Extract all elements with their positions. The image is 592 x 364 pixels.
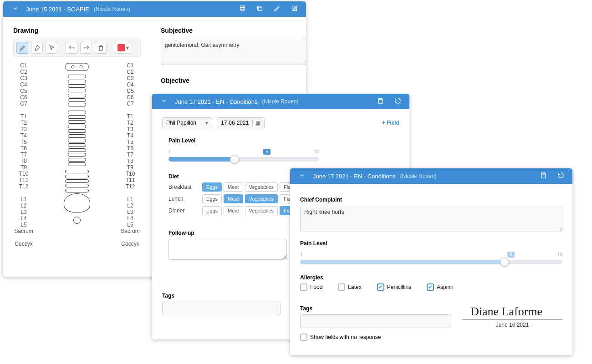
svg-rect-8 <box>542 173 545 174</box>
practitioner-select[interactable]: Phil Papillon▾ <box>162 117 212 128</box>
pen-tool[interactable] <box>31 42 43 54</box>
diet-chip[interactable]: Eggs <box>202 182 222 192</box>
card2-user: (Nicole Rouen) <box>262 98 298 105</box>
date-picker[interactable]: 17-06-2021▦ <box>217 117 265 128</box>
card-conditions-b: June 17 2021 - EN - Conditions (Nicole R… <box>290 168 572 355</box>
card3-title: June 17 2021 - EN - Conditions <box>313 173 395 180</box>
undo-button[interactable] <box>66 42 77 54</box>
save-icon[interactable] <box>537 172 550 180</box>
diet-chip[interactable]: Vegetables <box>245 206 278 215</box>
pointer-tool[interactable] <box>46 42 57 54</box>
followup-heading: Follow-up <box>168 230 287 236</box>
show-fields-checkbox[interactable]: Show fields with no response <box>300 334 381 341</box>
drawing-toolbar: ▾ <box>13 39 141 57</box>
pain-heading: Pain Level <box>168 137 393 144</box>
diet-chip[interactable]: Vegetables <box>245 194 278 203</box>
cc-textarea[interactable]: Right knee hurts <box>300 206 562 232</box>
subjective-heading: Subjective <box>161 27 306 34</box>
diet-chip[interactable]: Eggs <box>202 194 222 203</box>
objective-heading: Objective <box>161 77 306 84</box>
card3-header: June 17 2021 - EN - Conditions (Nicole R… <box>290 168 572 184</box>
pencil-tool[interactable] <box>16 42 28 54</box>
tags-heading: Tags <box>300 305 451 312</box>
card1-user: (Nicole Rouen) <box>94 6 130 12</box>
signature-date: June 16 2021 <box>462 322 562 328</box>
meal-label: Breakfast <box>168 184 196 190</box>
slider-thumb[interactable] <box>500 258 509 267</box>
add-field-button[interactable]: + Field <box>382 120 399 126</box>
color-picker[interactable]: ▾ <box>115 42 131 54</box>
allergy-label: Latex <box>348 284 361 290</box>
allergy-label: Aspirin <box>437 284 454 290</box>
tags-input[interactable] <box>300 314 451 328</box>
card3-user: (Nicole Rouen) <box>400 173 436 179</box>
show-fields-label: Show fields with no response <box>310 334 381 340</box>
revert-icon[interactable] <box>391 97 404 106</box>
svg-rect-7 <box>379 98 382 100</box>
diet-chip[interactable]: Meat <box>224 206 243 215</box>
diet-chip[interactable]: Meat <box>224 182 243 192</box>
edit-icon[interactable] <box>288 5 301 13</box>
card1-header: June 15 2021 - SOAPIE (Nicole Rouen) <box>3 1 306 17</box>
svg-rect-3 <box>259 7 262 11</box>
slider-thumb[interactable] <box>230 155 239 164</box>
chevron-down-icon[interactable] <box>296 172 308 180</box>
date-value: 17-06-2021 <box>221 120 249 126</box>
pain-max: 10 <box>557 252 562 257</box>
allergy-checkbox[interactable]: Latex <box>338 283 361 291</box>
allergy-checkbox[interactable]: ✔Penicillins <box>377 283 411 291</box>
allergy-checkbox[interactable]: ✔Aspirin <box>427 283 454 291</box>
meal-label: Dinner <box>168 207 196 214</box>
skull-icon <box>65 62 89 74</box>
pain-min: 1 <box>168 149 171 154</box>
diet-chip[interactable]: Meat <box>224 194 243 203</box>
pen-icon[interactable] <box>270 5 283 13</box>
pain-slider[interactable] <box>168 157 319 162</box>
card1-title: June 15 2021 - SOAPIE <box>26 6 89 13</box>
copy-icon[interactable] <box>253 5 266 13</box>
meal-label: Lunch <box>168 196 196 202</box>
allergy-label: Penicillins <box>387 284 411 290</box>
print-icon[interactable] <box>236 5 249 13</box>
followup-textarea[interactable] <box>168 239 287 260</box>
signature: Diane Laforme <box>462 305 562 320</box>
trash-button[interactable] <box>95 42 107 54</box>
allergies-heading: Allergies <box>300 274 562 281</box>
color-swatch <box>117 44 125 51</box>
svg-rect-4 <box>292 6 296 11</box>
pain-value: 5 <box>263 149 270 155</box>
pain-heading: Pain Level <box>300 240 562 247</box>
card2-header: June 17 2021 - EN - Conditions (Nicole R… <box>152 94 409 109</box>
diet-chip[interactable]: Vegetables <box>245 182 278 192</box>
revert-icon[interactable] <box>554 172 567 180</box>
tags-input[interactable] <box>162 302 281 315</box>
subjective-textarea[interactable]: genitofemoral, Gait asymmetry <box>161 39 306 65</box>
pain-value: 8 <box>507 252 515 258</box>
allergy-label: Food <box>310 284 322 290</box>
spine-diagram[interactable]: C1C2C3C4C5C6C7T1T2T3T4T5T6T7T8T9T10T11T1… <box>13 62 141 247</box>
chevron-down-icon[interactable] <box>158 97 170 106</box>
pain-slider[interactable] <box>300 260 562 264</box>
chevron-down-icon[interactable] <box>9 5 21 13</box>
drawing-heading: Drawing <box>13 27 150 34</box>
redo-button[interactable] <box>80 42 92 54</box>
cc-heading: Chief Complaint <box>300 197 562 203</box>
card2-title: June 17 2021 - EN - Conditions <box>175 98 257 105</box>
allergy-checkbox[interactable]: Food <box>300 283 322 291</box>
pain-max: 10 <box>314 149 319 154</box>
pain-min: 1 <box>300 252 303 257</box>
diet-chip[interactable]: Eggs <box>202 206 222 215</box>
practitioner-value: Phil Papillon <box>166 120 196 126</box>
save-icon[interactable] <box>374 97 387 106</box>
